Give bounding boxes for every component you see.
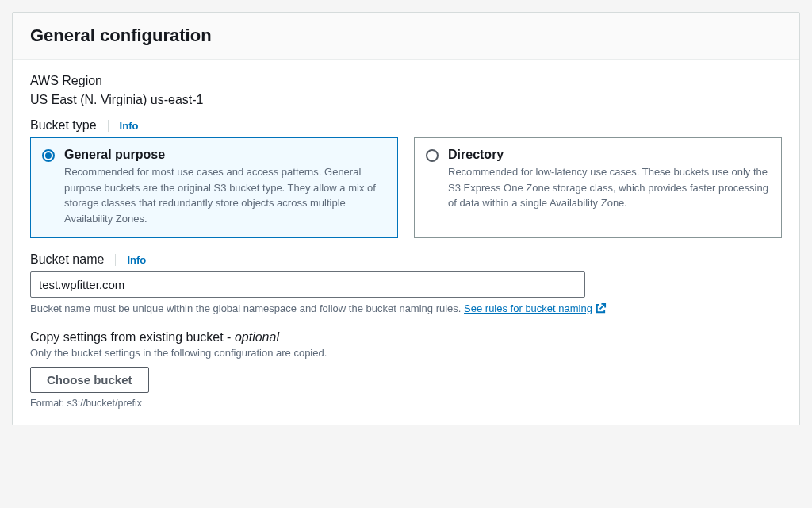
bucket-type-info-link[interactable]: Info [108,120,139,132]
bucket-name-info-link[interactable]: Info [115,254,146,266]
tile-description: Recommended for low-latency use cases. T… [448,164,770,211]
panel-body: AWS Region US East (N. Virginia) us-east… [13,60,799,425]
radio-icon [426,149,439,162]
bucket-type-general-purpose[interactable]: General purpose Recommended for most use… [30,137,398,238]
bucket-name-hint: Bucket name must be unique within the gl… [30,302,782,314]
choose-bucket-button[interactable]: Choose bucket [30,367,149,393]
panel-header: General configuration [13,13,799,60]
general-configuration-panel: General configuration AWS Region US East… [12,12,800,425]
radio-icon [42,149,55,162]
bucket-name-input[interactable] [30,271,585,298]
tile-title: Directory [448,148,770,162]
aws-region-label: AWS Region [30,74,782,88]
bucket-naming-rules-link[interactable]: See rules for bucket naming [464,302,607,314]
copy-settings-label: Copy settings from existing bucket - opt… [30,330,782,344]
bucket-name-label-row: Bucket name Info [30,252,782,267]
tile-description: Recommended for most use cases and acces… [64,164,386,226]
copy-settings-description: Only the bucket settings in the followin… [30,347,782,359]
aws-region-block: AWS Region US East (N. Virginia) us-east… [30,74,782,107]
bucket-type-label-row: Bucket type Info [30,118,782,133]
aws-region-value: US East (N. Virginia) us-east-1 [30,93,782,107]
tile-title: General purpose [64,148,386,162]
bucket-type-label: Bucket type [30,118,97,133]
bucket-type-directory[interactable]: Directory Recommended for low-latency us… [414,137,782,238]
panel-title: General configuration [30,25,782,46]
bucket-name-label: Bucket name [30,252,104,267]
bucket-name-hint-text: Bucket name must be unique within the gl… [30,302,464,314]
copy-settings-format-hint: Format: s3://bucket/prefix [30,398,782,409]
bucket-type-options: General purpose Recommended for most use… [30,137,782,238]
external-link-icon [592,302,607,314]
